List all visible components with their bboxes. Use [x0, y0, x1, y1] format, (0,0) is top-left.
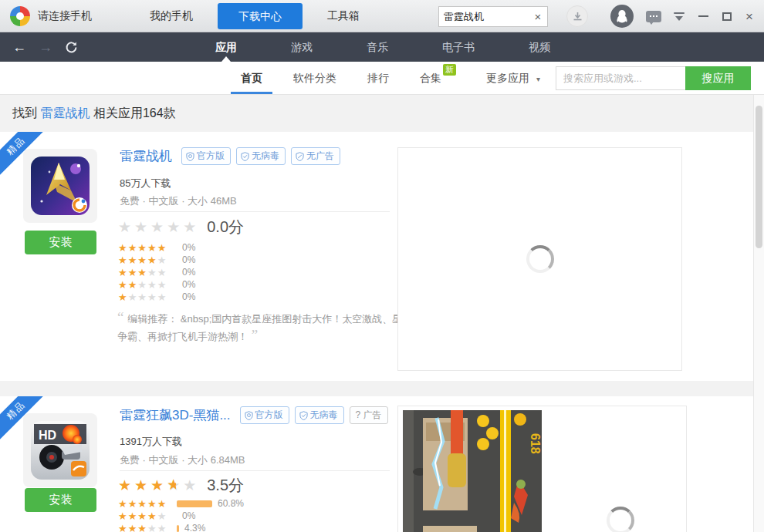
star-rating-4: ★★★★★: [118, 511, 177, 521]
star-rating-3: ★★★★★: [118, 524, 177, 532]
score-value: 3.5分: [207, 475, 244, 496]
rating-row-5: ★★★★★ 60.8%: [118, 497, 244, 510]
download-manager-button[interactable]: [566, 5, 588, 27]
badge-official: 官方版: [240, 406, 289, 424]
app-card: 精品 HD: [0, 396, 753, 532]
window-titlebar: 请连接手机 我的手机 下载中心 工具箱 × ×: [0, 0, 764, 32]
shield-official-icon: [245, 411, 253, 420]
result-keyword-link[interactable]: 雷霆战机: [40, 106, 90, 120]
rating-row-2: ★★★★★ 0%: [118, 278, 195, 291]
app-search-input[interactable]: [556, 66, 685, 90]
badge-official-label: 官方版: [255, 409, 283, 422]
refresh-icon[interactable]: [65, 41, 78, 54]
search-app-button[interactable]: 搜应用: [685, 66, 751, 90]
clear-search-icon[interactable]: ×: [529, 10, 547, 23]
forward-icon[interactable]: →: [39, 40, 52, 54]
results-area: 找到 雷霆战机 相关应用164款 精品: [0, 95, 753, 532]
rating-row-3: ★★★★★ 0%: [118, 266, 195, 278]
editor-recommendation-text: 编辑推荐： &nbsp;国内首款星座推图射击大作！太空激战、星际争霸、再掀打飞机…: [117, 313, 412, 342]
game-screenshot[interactable]: 618: [403, 410, 542, 532]
badge-official-label: 官方版: [197, 150, 225, 163]
app-title-row: 雷霆战机 官方版 无病毒 无广告: [120, 147, 346, 165]
tab-software-categories[interactable]: 软件分类: [293, 62, 336, 94]
tab-more-apps[interactable]: 更多应用 ▾: [486, 62, 540, 94]
tab-games[interactable]: 游戏: [291, 32, 313, 62]
window-controls: ×: [610, 0, 758, 32]
tab-ebooks[interactable]: 电子书: [442, 32, 475, 62]
rating-breakdown: ★★★★★ 60.8% ★★★★★ 0% ★★★★★ 4.3%: [118, 497, 244, 532]
scrollbar-thumb[interactable]: [756, 106, 762, 248]
editor-recommendation: “ 编辑推荐： &nbsp;国内首款星座推图射击大作！太空激战、星际争霸、再掀打…: [117, 309, 418, 345]
app-card: 精品: [0, 132, 753, 381]
myapp-logo-icon: [9, 5, 31, 27]
app-icon-frame: HD: [23, 413, 97, 487]
tab-rankings[interactable]: 排行: [367, 62, 389, 94]
qq-account-button[interactable]: [610, 5, 634, 28]
maximize-button[interactable]: [722, 12, 732, 21]
chevron-down-icon: ▾: [536, 75, 540, 83]
badge-no-virus-label: 无病毒: [310, 409, 338, 422]
download-icon: [573, 12, 583, 22]
app-meta: 免费 · 中文版 · 大小 46MB: [120, 194, 237, 208]
divider: [120, 211, 390, 212]
tab-apps[interactable]: 应用: [215, 32, 237, 62]
app-name-link[interactable]: 雷霆战机: [120, 147, 172, 165]
badge-no-virus-label: 无病毒: [252, 150, 279, 163]
rating-percent: 0%: [182, 291, 195, 302]
score-row: ★★★★★ 0.0分: [118, 217, 244, 237]
star-rating-5: ★★★★★: [118, 243, 177, 253]
screenshot-panel: 618: [397, 406, 687, 532]
tab-download-center[interactable]: 下载中心: [218, 3, 303, 29]
back-icon[interactable]: ←: [12, 40, 26, 54]
badge-no-ads: 无广告: [291, 147, 340, 165]
main-tabs: 我的手机 下载中心 工具箱: [133, 0, 377, 32]
loading-spinner-icon: [607, 507, 634, 532]
score-value: 0.0分: [207, 217, 244, 237]
install-button[interactable]: 安装: [25, 231, 96, 254]
shield-check-icon: [299, 411, 308, 420]
rating-percent: 4.3%: [184, 523, 205, 532]
rating-breakdown: ★★★★★ 0% ★★★★★ 0% ★★★★★ 0% ★★★★★ 0% ★★★★…: [118, 241, 195, 303]
install-button[interactable]: 安装: [25, 488, 96, 512]
app-icon-leiting-kuangbiao[interactable]: HD: [31, 421, 90, 480]
star-rating-5: ★★★★★: [118, 499, 177, 509]
shield-official-icon: [186, 152, 194, 161]
tab-music[interactable]: 音乐: [367, 32, 388, 62]
result-summary: 找到 雷霆战机 相关应用164款: [0, 95, 753, 132]
app-name-link[interactable]: 雷霆狂飙3D-黑猫...: [120, 406, 231, 424]
app-icon-leiting-zhanji[interactable]: [31, 157, 90, 215]
browser-nav-buttons: ← →: [12, 32, 78, 62]
feedback-icon[interactable]: [646, 11, 661, 22]
score-row: ★★★★★★ 3.5分: [118, 475, 244, 496]
rating-percent: 60.8%: [218, 498, 244, 509]
badge-no-virus: 无病毒: [236, 147, 286, 165]
minimize-button[interactable]: [698, 15, 708, 17]
tab-my-phone[interactable]: 我的手机: [133, 9, 210, 23]
shield-noad-icon: [296, 152, 304, 161]
score-stars: ★★★★★: [118, 220, 199, 234]
app-search-box: 搜应用: [556, 66, 751, 90]
svg-text:HD: HD: [39, 429, 56, 442]
app-meta: 免费 · 中文版 · 大小 6.84MB: [120, 453, 245, 467]
tab-home[interactable]: 首页: [241, 62, 262, 94]
rating-row-4: ★★★★★ 0%: [118, 254, 195, 266]
result-suffix: 相关应用164款: [90, 106, 175, 120]
main-menu-icon[interactable]: [674, 12, 685, 21]
rating-row-3: ★★★★★ 4.3%: [118, 522, 244, 532]
badge-no-virus: 无病毒: [295, 406, 344, 424]
badge-official: 官方版: [181, 147, 231, 165]
shield-check-icon: [241, 152, 249, 161]
star-rating-3: ★★★★★: [118, 268, 177, 278]
screenshot-panel: [397, 147, 682, 371]
rating-bar: [177, 525, 179, 532]
close-button[interactable]: ×: [745, 10, 753, 23]
tab-video[interactable]: 视频: [529, 32, 550, 62]
download-count: 85万人下载: [120, 177, 171, 190]
tab-collections[interactable]: 合集 新: [420, 62, 441, 94]
tab-toolbox[interactable]: 工具箱: [310, 9, 377, 23]
global-search-input[interactable]: [439, 11, 529, 22]
scrollbar-track[interactable]: [753, 95, 764, 532]
rating-percent: 0%: [182, 279, 195, 290]
qq-penguin-icon: [616, 9, 628, 23]
badge-ads-unknown-label: ? 广告: [356, 409, 382, 422]
